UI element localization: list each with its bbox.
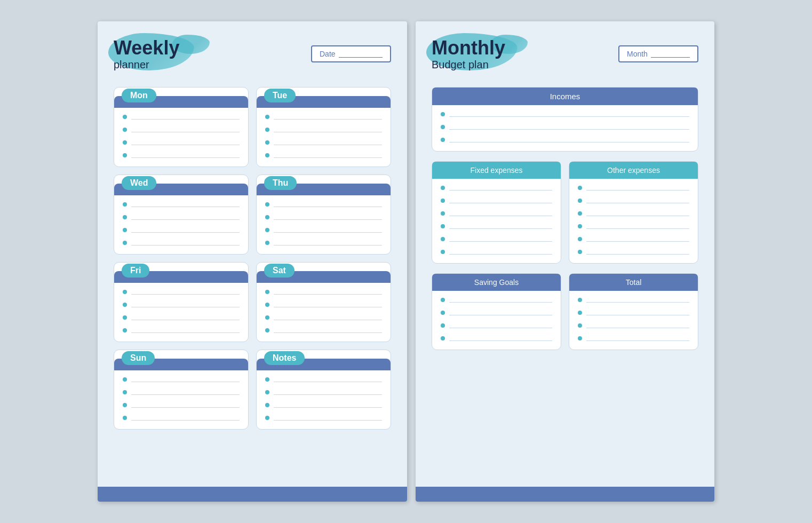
day-label-tue: Tue (264, 89, 296, 102)
day-line-item (123, 402, 240, 408)
day-line-item (123, 215, 240, 220)
monthly-title-small: Budget plan (432, 59, 505, 71)
day-grid: Mon Tue (114, 87, 391, 430)
line-fill (586, 224, 689, 229)
day-line-item (265, 215, 382, 220)
line-fill (449, 112, 689, 117)
other-expense-line (578, 249, 689, 255)
line-fill (274, 127, 382, 132)
day-line-item (265, 240, 382, 245)
bullet-dot (578, 250, 582, 254)
day-line-item (265, 227, 382, 233)
fixed-expense-line (441, 198, 552, 203)
bullet-dot (123, 215, 127, 219)
bullet-dot (123, 140, 127, 145)
saving-goals-box: Saving Goals (432, 273, 561, 350)
bullet-dot (441, 138, 445, 142)
bullet-dot (578, 323, 582, 328)
day-lines-fri (114, 283, 248, 342)
fixed-expense-line (441, 185, 552, 191)
line-fill (449, 185, 552, 191)
day-label-fri: Fri (122, 264, 149, 278)
bullet-dot (265, 215, 269, 219)
line-fill (131, 240, 240, 245)
bullet-dot (265, 290, 269, 294)
line-fill (131, 289, 240, 295)
day-lines-tue (257, 108, 391, 167)
total-lines (569, 291, 698, 350)
line-fill (131, 140, 240, 145)
day-line-item (123, 114, 240, 120)
line-fill (274, 328, 382, 333)
day-box-wed: Wed (114, 175, 249, 255)
weekly-bottom-bar (98, 487, 407, 502)
bullet-dot (123, 241, 127, 245)
bullet-dot (265, 390, 269, 394)
line-fill (586, 249, 689, 255)
day-line-item (123, 302, 240, 307)
other-expenses-header: Other expenses (569, 162, 698, 179)
bullet-dot (265, 315, 269, 320)
line-fill (586, 336, 689, 341)
day-line-item (265, 289, 382, 295)
month-field[interactable]: Month (618, 45, 698, 62)
weekly-title: Weekly planner (114, 37, 179, 71)
bullet-dot (265, 202, 269, 207)
other-expense-line (578, 211, 689, 216)
day-line-item (123, 315, 240, 320)
day-lines-notes (257, 370, 391, 429)
other-expense-line (578, 236, 689, 242)
day-line-item (123, 415, 240, 421)
day-line-item (123, 377, 240, 382)
day-box-sun: Sun (114, 350, 249, 430)
line-fill (586, 236, 689, 242)
day-label-notes: Notes (264, 351, 305, 365)
day-line-item (265, 140, 382, 145)
day-lines-mon (114, 108, 248, 167)
day-box-thu: Thu (256, 175, 391, 255)
day-label-sun: Sun (122, 351, 155, 365)
line-fill (449, 297, 552, 303)
bullet-dot (265, 303, 269, 307)
bullet-dot (441, 298, 445, 302)
fixed-expense-line (441, 249, 552, 255)
total-line (578, 310, 689, 315)
income-line-item (441, 124, 689, 130)
bullet-dot (123, 290, 127, 294)
saving-goals-header: Saving Goals (432, 274, 561, 291)
line-fill (274, 114, 382, 120)
line-fill (586, 211, 689, 216)
day-box-fri: Fri (114, 262, 249, 342)
day-line-item (123, 328, 240, 333)
bullet-dot (123, 328, 127, 332)
total-line (578, 323, 689, 328)
line-fill (274, 390, 382, 395)
bullet-dot (123, 403, 127, 407)
bullet-dot (441, 112, 445, 116)
line-fill (131, 415, 240, 421)
other-expenses-box: Other expenses (569, 161, 698, 264)
bullet-dot (123, 303, 127, 307)
total-box: Total (569, 273, 698, 350)
bullet-dot (265, 328, 269, 332)
day-label-thu: Thu (264, 176, 297, 190)
day-label-wed: Wed (122, 176, 156, 190)
bullet-dot (123, 153, 127, 157)
date-field[interactable]: Date (311, 45, 391, 62)
bullet-dot (578, 336, 582, 340)
weekly-title-small: planner (114, 59, 179, 71)
bullet-dot (441, 224, 445, 228)
line-fill (449, 336, 552, 341)
line-fill (449, 236, 552, 242)
bullet-dot (441, 311, 445, 315)
income-line-item (441, 137, 689, 142)
other-expenses-lines (569, 179, 698, 263)
fixed-expenses-lines (432, 179, 561, 263)
expenses-two-col: Fixed expenses Other expenses (432, 161, 698, 264)
monthly-budget-page: Monthly Budget plan Month Incomes Fixed … (416, 21, 714, 502)
monthly-title-big: Monthly (432, 37, 505, 59)
line-fill (131, 328, 240, 333)
day-lines-wed (114, 195, 248, 254)
day-line-item (265, 315, 382, 320)
line-fill (586, 323, 689, 328)
